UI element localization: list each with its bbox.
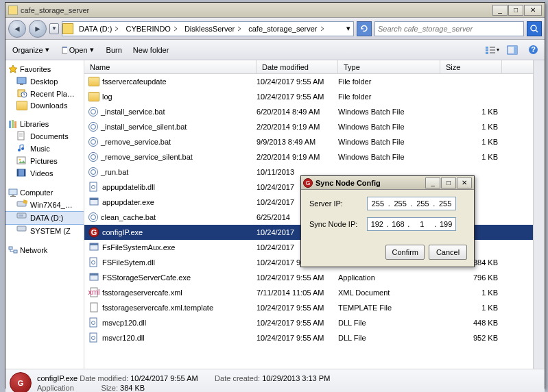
address-bar[interactable]: DATA (D:) CYBERINDO DisklessServer cafe_…	[62, 21, 354, 36]
batch-file-icon	[88, 212, 98, 222]
dialog-maximize-button[interactable]: □	[441, 177, 456, 188]
svg-text:xml: xml	[88, 288, 99, 296]
file-type: DLL File	[338, 319, 440, 327]
sidebar-group-favorites[interactable]: Favorites	[5, 63, 84, 75]
file-row[interactable]: _remove_service.bat9/9/2013 8:49 AMWindo…	[84, 134, 533, 149]
confirm-button[interactable]: Confirm	[385, 245, 425, 260]
file-row[interactable]: FSStorageServerCafe.exe10/24/2017 9:55 A…	[84, 270, 533, 285]
sidebar-item-drive-c[interactable]: Win7X64_…	[5, 199, 84, 211]
app-icon: G	[303, 178, 313, 188]
dll-file-icon	[88, 257, 99, 268]
file-row[interactable]: xmlfsstorageservercafe.xml7/11/2014 11:0…	[84, 285, 533, 300]
file-type: XML Document	[338, 289, 440, 297]
sidebar-item-videos[interactable]: Videos	[5, 167, 84, 180]
dialog-close-button[interactable]: ✕	[457, 177, 472, 188]
svg-text:G: G	[91, 228, 97, 236]
refresh-button[interactable]	[357, 21, 372, 36]
sidebar-group-libraries[interactable]: Libraries	[5, 118, 84, 130]
folder-icon	[16, 101, 27, 110]
sidebar-group-computer[interactable]: Computer	[5, 186, 84, 199]
file-date: 10/24/2017 9:55 AM	[257, 77, 338, 86]
svg-rect-16	[18, 132, 24, 140]
sidebar-item-drive-d[interactable]: DATA (D:)	[5, 211, 84, 225]
sync-node-ip-input[interactable]: 192.168.1.199	[367, 217, 456, 231]
file-date: 10/24/2017 9:55 AM	[257, 93, 338, 101]
sidebar-item-pictures[interactable]: Pictures	[5, 155, 84, 167]
batch-file-icon	[88, 167, 98, 177]
titlebar[interactable]: cafe_storage_server _ □ ✕	[5, 3, 545, 18]
organize-menu[interactable]: Organize ▾	[10, 44, 53, 56]
file-size: 1 KB	[440, 153, 498, 161]
sidebar-item-downloads[interactable]: Downloads	[5, 100, 84, 111]
svg-rect-32	[9, 247, 12, 249]
sidebar-group-network[interactable]: Network	[5, 244, 84, 256]
dialog-titlebar[interactable]: G Sync Node Config _ □ ✕	[301, 176, 474, 190]
col-date[interactable]: Date modified	[257, 60, 338, 73]
file-type: DLL File	[338, 334, 440, 342]
svg-rect-42	[90, 258, 97, 267]
preview-pane-button[interactable]	[505, 42, 520, 58]
search-box[interactable]	[374, 21, 524, 36]
file-row[interactable]: log10/24/2017 9:55 AMFile folder	[84, 89, 533, 104]
exe-file-icon	[88, 272, 99, 283]
server-ip-input[interactable]: 255.255.255.255	[367, 197, 456, 210]
file-row[interactable]: msvcp120.dll10/24/2017 9:55 AMDLL File44…	[84, 315, 533, 330]
breadcrumb-item: cafe_storage_server	[244, 22, 326, 36]
svg-rect-37	[90, 198, 98, 200]
minimize-button[interactable]: _	[492, 5, 508, 16]
file-name: _remove_service_silent.bat	[101, 153, 193, 161]
back-button[interactable]: ◄	[8, 20, 26, 38]
open-button[interactable]: Open ▾	[59, 44, 98, 56]
help-button[interactable]: ?	[525, 42, 540, 58]
sidebar-item-documents[interactable]: Documents	[5, 130, 84, 143]
dialog-minimize-button[interactable]: _	[425, 177, 440, 188]
file-row[interactable]: _install_service.bat6/20/2014 8:49 AMWin…	[84, 104, 533, 119]
column-headers: Name Date modified Type Size	[84, 60, 533, 74]
app-icon: G	[10, 372, 32, 393]
file-name: clean_cache.bat	[101, 213, 156, 221]
svg-rect-24	[9, 189, 17, 195]
new-folder-button[interactable]: New folder	[130, 45, 172, 56]
svg-rect-10	[20, 84, 23, 85]
close-button[interactable]: ✕	[524, 5, 542, 16]
file-row[interactable]: fsservercafeupdate10/24/2017 9:55 AMFile…	[84, 74, 533, 89]
v-scrollbar[interactable]	[533, 60, 545, 369]
svg-point-18	[21, 147, 24, 150]
file-name: _install_service.bat	[101, 108, 165, 116]
file-row[interactable]: msvcr120.dll10/24/2017 9:55 AMDLL File95…	[84, 330, 533, 345]
svg-rect-3	[486, 49, 488, 51]
maximize-button[interactable]: □	[508, 5, 523, 16]
file-size: 1 KB	[440, 304, 498, 312]
svg-rect-9	[17, 77, 26, 84]
svg-rect-14	[12, 120, 14, 128]
file-name: FSStorageServerCafe.exe	[102, 273, 191, 282]
sidebar-item-recent[interactable]: Recent Pla…	[5, 88, 84, 100]
file-row[interactable]: fsstorageservercafe.xml.template10/24/20…	[84, 300, 533, 315]
file-name: msvcr120.dll	[102, 334, 145, 342]
file-row[interactable]: _install_service_silent.bat2/20/2014 9:1…	[84, 119, 533, 134]
file-name: appupdatelib.dll	[102, 183, 155, 191]
col-name[interactable]: Name	[84, 60, 257, 73]
view-options-button[interactable]: ▾	[484, 42, 499, 58]
sidebar-item-music[interactable]: Music	[5, 143, 84, 155]
file-type: Application	[338, 273, 440, 282]
file-row[interactable]: _remove_service_silent.bat2/20/2014 9:19…	[84, 149, 533, 164]
forward-button[interactable]: ►	[29, 20, 47, 38]
svg-rect-22	[17, 169, 19, 176]
search-input[interactable]	[375, 25, 523, 33]
svg-rect-30	[19, 215, 23, 217]
history-dropdown[interactable]: ▼	[49, 23, 59, 34]
col-size[interactable]: Size	[440, 60, 502, 73]
sidebar-item-desktop[interactable]: Desktop	[5, 75, 84, 88]
col-type[interactable]: Type	[338, 60, 440, 73]
details-pane: G configIP.exe Date modified: 10/24/2017…	[5, 369, 545, 392]
search-button[interactable]	[527, 21, 542, 36]
file-date: 9/9/2013 8:49 AM	[257, 138, 338, 146]
file-size: 952 KB	[440, 334, 498, 342]
sidebar-item-drive-z[interactable]: SYSTEM (Z	[5, 225, 84, 237]
svg-rect-34	[90, 182, 97, 191]
breadcrumb-dropdown[interactable]: ▾	[342, 22, 353, 36]
file-name: appupdater.exe	[102, 198, 154, 206]
cancel-button[interactable]: Cancel	[429, 245, 467, 260]
burn-button[interactable]: Burn	[104, 45, 125, 56]
